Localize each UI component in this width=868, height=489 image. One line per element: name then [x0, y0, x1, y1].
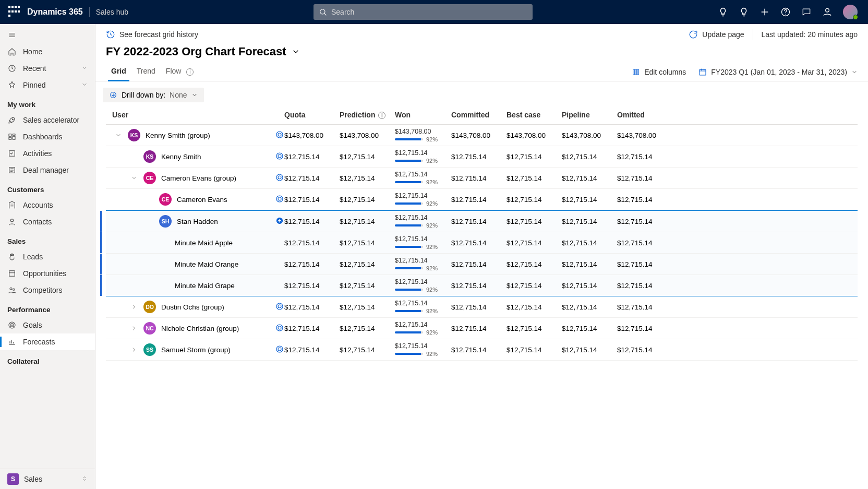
col-bestcase[interactable]: Best case	[507, 111, 562, 120]
module-switcher[interactable]: S Sales	[0, 469, 95, 489]
grid-row[interactable]: NC Nichole Christian (group) $12,715.14 …	[106, 318, 858, 339]
chat-icon[interactable]	[801, 7, 812, 17]
col-user[interactable]: User	[112, 111, 284, 120]
nav-group-label: Performance	[0, 299, 95, 317]
col-committed[interactable]: Committed	[451, 111, 507, 120]
adjust-icon[interactable]	[275, 151, 284, 162]
add-icon[interactable]	[760, 7, 770, 17]
adjust-icon[interactable]	[275, 344, 284, 355]
search-box[interactable]	[314, 4, 533, 20]
col-quota[interactable]: Quota	[284, 111, 340, 120]
tab-grid[interactable]: Grid	[106, 64, 131, 81]
avatar: KS	[143, 150, 156, 163]
activity-icon	[7, 149, 17, 158]
lightbulb-icon[interactable]	[739, 7, 749, 17]
edit-columns-button[interactable]: Edit columns	[632, 68, 686, 76]
nav-competitors[interactable]: Competitors	[0, 282, 95, 299]
grid-row[interactable]: DO Dustin Ochs (group) $12,715.14 $12,71…	[106, 296, 858, 318]
col-won[interactable]: Won	[395, 111, 451, 120]
grid-row[interactable]: CE Cameron Evans $12,715.14 $12,715.14 $…	[106, 189, 858, 210]
nav-group-label: Sales	[0, 230, 95, 248]
user-avatar[interactable]	[843, 5, 858, 19]
info-icon[interactable]: i	[378, 112, 385, 119]
deal-icon	[7, 165, 17, 175]
avatar: CE	[159, 193, 172, 206]
tab-trend[interactable]: Trend	[131, 64, 161, 81]
row-name: Samuel Storm (group)	[161, 346, 231, 354]
cell-committed: $143,708.00	[451, 132, 507, 139]
cell-committed: $12,715.14	[451, 239, 507, 247]
chart-icon	[7, 337, 17, 347]
expand-toggle[interactable]	[130, 174, 138, 182]
nav-sales-accelerator[interactable]: Sales accelerator	[0, 112, 95, 128]
tab-flow[interactable]: Flow i	[161, 64, 199, 81]
cell-best: $12,715.14	[507, 196, 562, 204]
grid-row[interactable]: KS Kenny Smith (group) $143,708.00 $143,…	[106, 125, 858, 146]
drill-down-selector[interactable]: Drill down by: None	[103, 88, 204, 102]
expand-toggle[interactable]	[130, 324, 138, 332]
adjust-icon[interactable]	[275, 173, 284, 184]
help-icon[interactable]	[780, 7, 791, 17]
cell-best: $12,715.14	[507, 174, 562, 182]
nav-label: Goals	[23, 321, 42, 329]
nav-label: Activities	[23, 149, 52, 158]
app-launcher-icon[interactable]	[8, 6, 21, 18]
cell-best: $12,715.14	[507, 239, 562, 247]
search-input[interactable]	[331, 8, 527, 16]
nav-label: Leads	[23, 253, 43, 261]
col-pipeline[interactable]: Pipeline	[562, 111, 617, 120]
nav-contacts[interactable]: Contacts	[0, 213, 95, 230]
adjust-icon[interactable]	[275, 323, 284, 334]
col-prediction[interactable]: Predictioni	[340, 111, 395, 120]
nav-home[interactable]: Home	[0, 43, 95, 60]
nav-leads[interactable]: Leads	[0, 248, 95, 265]
period-label: FY2023 Q1 (Jan 01, 2023 - Mar 31, 2023)	[711, 68, 847, 76]
expand-toggle[interactable]	[114, 131, 123, 139]
command-bar: See forecast grid history Update page La…	[95, 24, 868, 42]
update-page-button[interactable]: Update page	[689, 30, 744, 39]
menu-toggle-icon[interactable]	[0, 28, 95, 43]
adjust-icon[interactable]	[275, 216, 284, 227]
nav-label: Dashboards	[23, 133, 63, 141]
col-omitted[interactable]: Omitted	[617, 111, 672, 120]
nav-deal-manager[interactable]: Deal manager	[0, 162, 95, 178]
nav-goals[interactable]: Goals	[0, 317, 95, 333]
nav-accounts[interactable]: Accounts	[0, 197, 95, 213]
adjust-icon[interactable]	[275, 194, 284, 205]
grid-row[interactable]: Minute Maid Grape $12,715.14 $12,715.14 …	[106, 275, 858, 296]
nav-activities[interactable]: Activities	[0, 145, 95, 162]
nav-dashboards[interactable]: Dashboards	[0, 128, 95, 145]
expand-toggle[interactable]	[130, 303, 138, 311]
page-title: FY 2022-2023 Org Chart Forecast	[106, 45, 286, 58]
adjust-icon[interactable]	[275, 130, 284, 141]
expand-toggle[interactable]	[130, 345, 138, 354]
svg-point-7	[10, 219, 13, 222]
page-title-dropdown[interactable]: FY 2022-2023 Org Chart Forecast	[106, 45, 300, 58]
adjust-icon[interactable]	[275, 302, 284, 313]
nav-opportunities[interactable]: Opportunities	[0, 265, 95, 282]
cell-pipeline: $12,715.14	[562, 303, 617, 311]
nav-recent[interactable]: Recent	[0, 60, 95, 77]
history-link[interactable]: See forecast grid history	[106, 30, 198, 39]
svg-point-12	[10, 324, 14, 327]
rocket-icon	[7, 115, 17, 125]
grid-row[interactable]: Minute Maid Orange $12,715.14 $12,715.14…	[106, 254, 858, 275]
cell-omitted: $12,715.14	[617, 260, 672, 268]
svg-point-4	[12, 119, 13, 120]
nav-forecasts[interactable]: Forecasts	[0, 333, 95, 350]
nav-pinned[interactable]: Pinned	[0, 77, 95, 93]
grid-row[interactable]: Minute Maid Apple $12,715.14 $12,715.14 …	[106, 232, 858, 254]
cell-pipeline: $12,715.14	[562, 239, 617, 247]
assistant-icon[interactable]	[822, 7, 833, 17]
divider	[753, 29, 753, 40]
info-icon[interactable]: i	[186, 68, 194, 76]
grid-row[interactable]: SS Samuel Storm (group) $12,715.14 $12,7…	[106, 339, 858, 361]
lightbulb-icon[interactable]	[718, 7, 728, 17]
cell-omitted: $12,715.14	[617, 174, 672, 182]
grid-row[interactable]: SH Stan Hadden $12,715.14 $12,715.14 $12…	[106, 210, 858, 232]
cell-pipeline: $12,715.14	[562, 325, 617, 332]
search-icon	[319, 8, 327, 16]
grid-row[interactable]: CE Cameron Evans (group) $12,715.14 $12,…	[106, 168, 858, 189]
period-selector[interactable]: FY2023 Q1 (Jan 01, 2023 - Mar 31, 2023)	[698, 68, 858, 76]
grid-row[interactable]: KS Kenny Smith $12,715.14 $12,715.14 $12…	[106, 146, 858, 168]
